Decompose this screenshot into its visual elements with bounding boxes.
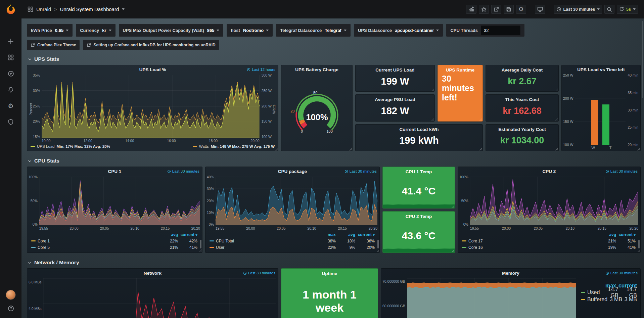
legend-series[interactable]: Core 16 — [462, 245, 597, 250]
network-chart[interactable] — [43, 278, 276, 318]
breadcrumb-title[interactable]: Unraid System Dashboard — [60, 6, 119, 12]
grafana-logo[interactable] — [0, 0, 21, 18]
save-button[interactable] — [504, 5, 514, 14]
time-range-picker[interactable]: Last 30 minutes — [554, 5, 602, 14]
legend-table: avg current Core 17 21% 51% Core 16 19% … — [458, 231, 640, 253]
panel-title[interactable]: Estimated Yearly Cost — [486, 127, 558, 132]
breadcrumb-folder[interactable]: Unraid — [36, 6, 51, 12]
panel-cpu1-temp: CPU 1 Temp 41.4 °C — [382, 167, 455, 209]
cycle-view-mode-button[interactable] — [535, 5, 545, 14]
legend-series[interactable]: Core 1 — [31, 239, 158, 243]
share-button[interactable] — [491, 5, 501, 14]
section-network-memory[interactable]: Network / Memory — [28, 260, 641, 266]
panel-title[interactable]: UPS Load % — [27, 67, 278, 72]
variable-value-dropdown[interactable]: Nostromo — [243, 28, 269, 33]
chevron-down-icon — [217, 30, 219, 31]
panel-time-override[interactable]: Last 30 minutes — [605, 169, 638, 173]
panel-title[interactable]: Network — [27, 271, 278, 276]
panel-title[interactable]: Uptime — [281, 271, 378, 276]
panel-title[interactable]: Current Load kWh — [356, 127, 482, 132]
link-grafana-plex-theme[interactable]: Grafana Plex Theme — [27, 40, 80, 50]
legend-sort-avg[interactable]: avg — [158, 232, 178, 237]
cpu-package-chart[interactable] — [216, 177, 377, 225]
legend-sort-avg[interactable]: avg — [336, 232, 355, 237]
legend-sort-current[interactable]: current — [616, 232, 636, 237]
add-panel-button[interactable] — [466, 5, 476, 14]
panel-title[interactable]: Memory — [381, 271, 640, 276]
page-scrollbar-thumb[interactable] — [642, 21, 643, 98]
panel-time-override[interactable]: Last 30 minutes — [167, 169, 199, 173]
y-axis-left: 100% 50% 0% — [459, 175, 468, 233]
stat-value: kr 2.67 — [486, 73, 558, 91]
sidebar-help-button[interactable] — [0, 303, 21, 313]
y-axis-right: 40 min 35 min 30 min 25 min 20 min — [628, 73, 638, 147]
legend-series[interactable]: Buffered — [581, 297, 607, 303]
variable-value-dropdown[interactable]: 865 — [207, 28, 220, 33]
variable-value-dropdown[interactable]: apcupsd-container — [395, 28, 439, 33]
sidebar-dashboards-button[interactable] — [0, 50, 21, 65]
panel-title[interactable]: Average Daily Cost — [486, 67, 558, 73]
dashboard-switcher-caret[interactable] — [122, 8, 125, 10]
legend-ups-load[interactable]: UPS Load Min: 17% Max: 32% Avg: 20% — [31, 144, 110, 148]
legend-row: Core 17 21% 51% — [462, 238, 636, 244]
section-ups-stats[interactable]: UPS Stats — [28, 56, 641, 62]
legend-sort-current[interactable]: current — [355, 232, 375, 237]
legend-sort-max[interactable]: max — [316, 232, 336, 237]
sidebar-alerting-button[interactable] — [0, 82, 21, 97]
refresh-interval-caret[interactable] — [633, 8, 636, 10]
panel-header: UPS Load % Last 12 hours — [27, 65, 278, 74]
refresh-button[interactable]: 5s — [617, 5, 638, 14]
legend-scrollbar[interactable] — [377, 240, 379, 248]
legend-series[interactable]: User — [210, 245, 316, 250]
panel-title[interactable]: UPS Battery Charge — [281, 67, 352, 72]
panel-title[interactable]: CPU 1 Temp — [383, 169, 455, 174]
cpu-threads-input[interactable] — [481, 26, 520, 35]
legend-series[interactable]: Core 5 — [31, 245, 158, 250]
section-cpu-stats[interactable]: CPU Stats — [28, 158, 641, 164]
variable-value-dropdown[interactable]: kr — [102, 28, 111, 33]
panel-cpu1: CPU 1 Last 30 minutes 100% 50% 0% 19:552… — [27, 167, 202, 253]
variable-value-dropdown[interactable]: 0.65 — [55, 28, 68, 33]
panel-title[interactable]: CPU 2 Temp — [383, 214, 455, 219]
clock-icon — [247, 68, 250, 72]
panel-title[interactable]: Current UPS Load — [356, 67, 434, 73]
legend-sort-current[interactable]: current — [178, 232, 197, 237]
ups-load-chart[interactable] — [42, 75, 260, 138]
panel-title[interactable]: Average PSU Load — [356, 97, 434, 102]
series-swatch — [193, 146, 197, 147]
plus-icon — [8, 38, 14, 44]
legend-sort-avg[interactable]: avg — [597, 232, 616, 237]
ups-bar-chart[interactable] — [575, 75, 626, 145]
panel-title[interactable]: UPS Runtime — [438, 67, 482, 73]
panel-time-override[interactable]: Last 30 minutes — [344, 169, 377, 173]
sidebar-explore-button[interactable] — [0, 66, 21, 81]
user-avatar[interactable] — [6, 290, 16, 300]
legend-series[interactable]: CPU Total — [210, 239, 316, 243]
legend-series[interactable]: Core 17 — [462, 239, 597, 243]
memory-chart[interactable] — [407, 278, 576, 318]
legend-watts[interactable]: Watts Min: 148 W Max: 278 W Avg: 175 W — [193, 144, 275, 148]
sidebar-configuration-button[interactable]: ⚙ — [0, 98, 21, 113]
chevron-down-icon — [266, 30, 269, 31]
variable-label: UPS Datasource — [358, 28, 392, 33]
sidebar-server-admin-button[interactable] — [0, 115, 21, 129]
variable-label: UPS Max Output Power Capacity (Watt) — [123, 28, 204, 33]
dashboards-grid-icon — [28, 6, 33, 12]
star-button[interactable] — [479, 5, 489, 14]
panel-time-override[interactable]: Last 30 minutes — [243, 271, 275, 275]
panel-time-override[interactable]: Last 30 minutes — [605, 271, 638, 275]
legend-series[interactable]: Used — [581, 289, 600, 296]
zoom-out-button[interactable] — [604, 5, 614, 14]
panel-title[interactable]: This Years Cost — [486, 97, 558, 102]
variable-value-dropdown[interactable]: Telegraf — [325, 28, 347, 33]
cpu2-chart[interactable] — [470, 177, 638, 225]
dashboard-settings-button[interactable]: ⚙ — [516, 5, 526, 14]
link-ups-monitoring-guide[interactable]: Setting up Grafana and InfluxDB for UPS … — [83, 40, 219, 50]
sidebar-create-button[interactable] — [0, 34, 21, 49]
panel-time-override[interactable]: Last 12 hours — [247, 67, 275, 72]
panel-title[interactable]: UPS Load vs Time left — [562, 67, 640, 72]
legend-scrollbar[interactable] — [200, 240, 201, 248]
variable-ups-max-output: UPS Max Output Power Capacity (Watt) 865 — [119, 24, 224, 37]
cpu1-chart[interactable] — [39, 177, 200, 225]
legend-scrollbar[interactable] — [638, 240, 640, 248]
